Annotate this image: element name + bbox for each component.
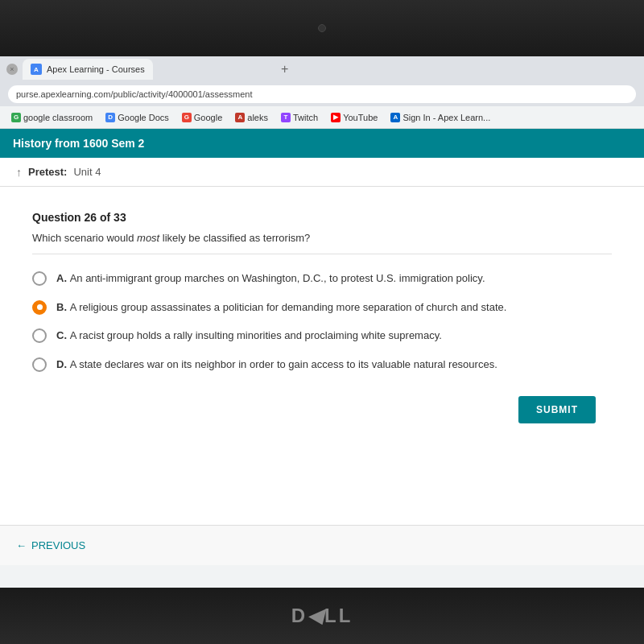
bookmark-label: aleks xyxy=(247,113,268,122)
footer-nav: ← PREVIOUS xyxy=(0,525,644,565)
url-input[interactable]: purse.apexlearning.com/public/activity/4… xyxy=(8,85,636,103)
pretest-label: Pretest: xyxy=(28,166,67,178)
bookmark-label: Twitch xyxy=(293,113,318,122)
apex-bookmark-icon: A xyxy=(390,113,400,122)
submit-button[interactable]: SUBMIT xyxy=(518,396,596,423)
bookmark-google-docs[interactable]: D Google Docs xyxy=(101,111,174,124)
twitch-icon: T xyxy=(281,113,291,122)
bookmark-twitch[interactable]: T Twitch xyxy=(276,111,323,124)
answer-options: A. An anti-immigrant group marches on Wa… xyxy=(32,270,612,372)
bookmark-apex[interactable]: A Sign In - Apex Learn... xyxy=(386,111,495,124)
url-text: purse.apexlearning.com/public/activity/4… xyxy=(16,89,253,99)
bookmarks-bar: G google classroom D Google Docs G Googl… xyxy=(0,106,644,129)
dell-logo: D◀LL xyxy=(291,605,353,627)
radio-a[interactable] xyxy=(32,271,47,286)
radio-b-inner xyxy=(37,304,43,310)
bookmark-google[interactable]: G Google xyxy=(177,111,227,124)
option-d-label: D. A state declares war on its neighbor … xyxy=(56,357,497,373)
new-tab-button[interactable]: + xyxy=(275,60,295,79)
option-a-label: A. An anti-immigrant group marches on Wa… xyxy=(56,270,485,287)
webcam xyxy=(318,24,326,32)
pretest-unit: Unit 4 xyxy=(73,166,101,178)
apex-course-header: History from 1600 Sem 2 xyxy=(0,129,644,158)
radio-d[interactable] xyxy=(32,357,47,372)
active-tab[interactable]: A Apex Learning - Courses xyxy=(23,59,153,80)
submit-area: SUBMIT xyxy=(32,396,612,423)
youtube-icon: ▶ xyxy=(331,113,341,122)
bookmark-youtube[interactable]: ▶ YouTube xyxy=(326,111,382,124)
aleks-icon: A xyxy=(235,113,245,122)
question-text-before: Which scenario would xyxy=(32,232,137,244)
option-b-label: B. A religious group assassinates a poli… xyxy=(56,299,506,316)
bookmark-google-classroom[interactable]: G google classroom xyxy=(6,111,97,124)
bookmark-aleks[interactable]: A aleks xyxy=(230,111,273,124)
laptop-top-bezel xyxy=(0,0,644,56)
pretest-bar: ↑ Pretest: Unit 4 xyxy=(0,158,644,187)
bookmark-label: YouTube xyxy=(343,113,378,122)
course-title: History from 1600 Sem 2 xyxy=(13,137,144,150)
tab-label: Apex Learning - Courses xyxy=(47,64,145,74)
option-c-label: C. A racist group holds a rally insultin… xyxy=(56,328,442,344)
tab-favicon: A xyxy=(31,64,42,75)
radio-b[interactable] xyxy=(32,300,47,315)
google-docs-icon: D xyxy=(105,113,115,122)
laptop-bottom-bezel: D◀LL xyxy=(0,588,644,644)
google-classroom-icon: G xyxy=(11,113,21,122)
option-a[interactable]: A. An anti-immigrant group marches on Wa… xyxy=(32,270,612,287)
question-header: Question 26 of 33 xyxy=(32,211,612,224)
option-b[interactable]: B. A religious group assassinates a poli… xyxy=(32,299,612,316)
upload-icon: ↑ xyxy=(16,166,22,179)
question-text: Which scenario would most likely be clas… xyxy=(32,232,612,254)
main-content: Question 26 of 33 Which scenario would m… xyxy=(0,187,644,525)
bookmark-label: Google xyxy=(194,113,222,122)
address-bar: purse.apexlearning.com/public/activity/4… xyxy=(0,82,644,106)
option-c[interactable]: C. A racist group holds a rally insultin… xyxy=(32,328,612,344)
browser-titlebar: × A Apex Learning - Courses + xyxy=(0,56,644,82)
bookmark-label: Sign In - Apex Learn... xyxy=(402,113,490,122)
google-icon: G xyxy=(182,113,192,122)
previous-button[interactable]: ← PREVIOUS xyxy=(16,539,85,551)
question-text-after: likely be classified as terrorism? xyxy=(159,232,310,244)
radio-c[interactable] xyxy=(32,328,47,343)
inactive-tab[interactable] xyxy=(158,59,270,80)
option-d[interactable]: D. A state declares war on its neighbor … xyxy=(32,357,612,373)
tab-close-button[interactable]: × xyxy=(6,64,18,75)
arrow-left-icon: ← xyxy=(16,539,27,551)
previous-label: PREVIOUS xyxy=(31,539,85,551)
screen: × A Apex Learning - Courses + purse.apex… xyxy=(0,56,644,588)
bookmark-label: google classroom xyxy=(23,113,93,122)
bookmark-label: Google Docs xyxy=(118,113,169,122)
question-italic-word: most xyxy=(137,232,159,244)
